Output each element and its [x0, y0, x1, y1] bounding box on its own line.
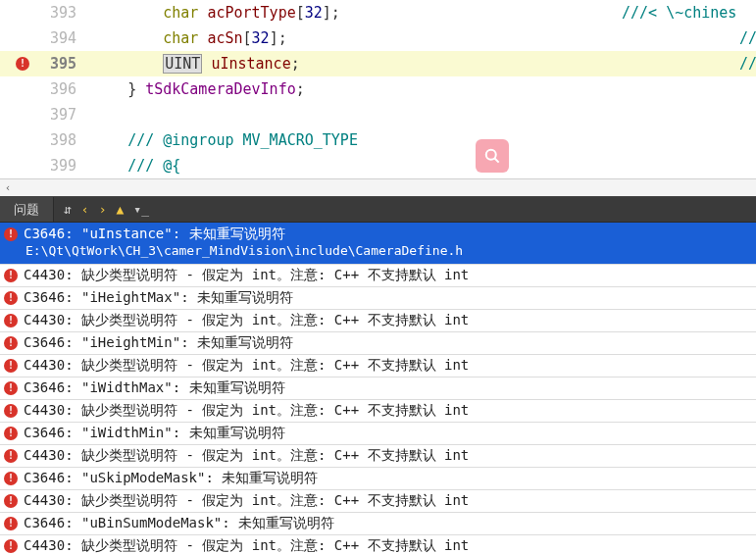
problem-item[interactable]: C4430: 缺少类型说明符 - 假定为 int。注意: C++ 不支持默认 i… [0, 309, 756, 331]
code-line[interactable]: 394 char acSn[32];///< [0, 25, 756, 51]
problem-message: C4430: 缺少类型说明符 - 假定为 int。注意: C++ 不支持默认 i… [24, 537, 469, 554]
code-text: char acPortType[32];///< \~chines [92, 4, 756, 22]
problems-tab[interactable]: 问题 [0, 197, 54, 222]
error-icon [4, 494, 18, 508]
search-icon[interactable] [476, 139, 509, 173]
code-line[interactable]: 399 /// @{ [0, 153, 756, 178]
problem-message: C4430: 缺少类型说明符 - 假定为 int。注意: C++ 不支持默认 i… [24, 357, 469, 375]
problem-item[interactable]: C4430: 缺少类型说明符 - 假定为 int。注意: C++ 不支持默认 i… [0, 534, 756, 554]
code-line[interactable]: 398 /// @ingroup MV_MACRO_TYPE [0, 127, 756, 153]
problem-message: C3646: "iHeightMax": 未知重写说明符 [24, 289, 293, 307]
svg-line-1 [495, 159, 499, 163]
error-icon [4, 381, 18, 395]
horizontal-scrollbar[interactable]: ‹ [0, 178, 756, 196]
error-icon [4, 404, 18, 418]
problem-message: C3646: "iHeightMin": 未知重写说明符 [24, 334, 293, 352]
code-text: /// @{ [92, 157, 756, 175]
problem-item[interactable]: C3646: "iWidthMin": 未知重写说明符 [0, 422, 756, 444]
svg-point-0 [486, 150, 496, 160]
warning-icon[interactable]: ▲ [116, 202, 124, 217]
scroll-left-icon[interactable]: ‹ [0, 181, 16, 194]
problem-item[interactable]: C3646: "iHeightMax": 未知重写说明符 [0, 286, 756, 309]
problems-panel: 问题 ⇵ ‹ › ▲ ▾_ C3646: "uInstance": 未知重写说明… [0, 196, 756, 554]
problem-item-selected[interactable]: C3646: "uInstance": 未知重写说明符 E:\Qt\QtWork… [0, 223, 756, 264]
code-line[interactable]: 395 UINT uInstance;///< [0, 51, 756, 76]
problem-item[interactable]: C3646: "iHeightMin": 未知重写说明符 [0, 331, 756, 354]
problem-message: C4430: 缺少类型说明符 - 假定为 int。注意: C++ 不支持默认 i… [24, 492, 469, 510]
code-text: /// @ingroup MV_MACRO_TYPE [92, 131, 756, 149]
problem-message: C4430: 缺少类型说明符 - 假定为 int。注意: C++ 不支持默认 i… [24, 312, 469, 329]
error-icon [4, 517, 18, 530]
problem-message: C4430: 缺少类型说明符 - 假定为 int。注意: C++ 不支持默认 i… [24, 447, 469, 465]
problem-path: E:\Qt\QtWork\CH_3\camer_MindVision\inclu… [4, 243, 752, 258]
error-icon [4, 291, 18, 305]
problem-item[interactable]: C3646: "iWidthMax": 未知重写说明符 [0, 377, 756, 399]
problem-message: C3646: "iWidthMin": 未知重写说明符 [24, 425, 285, 442]
error-icon [4, 427, 18, 440]
problem-message: C3646: "uInstance": 未知重写说明符 [24, 226, 285, 243]
error-icon [16, 57, 29, 71]
problem-item[interactable]: C4430: 缺少类型说明符 - 假定为 int。注意: C++ 不支持默认 i… [0, 444, 756, 467]
filter-icon[interactable]: ▾_ [133, 202, 149, 217]
problem-item[interactable]: C4430: 缺少类型说明符 - 假定为 int。注意: C++ 不支持默认 i… [0, 489, 756, 512]
error-icon [4, 336, 18, 350]
error-icon [4, 359, 18, 373]
error-icon [4, 472, 18, 485]
line-number: 394 [33, 29, 92, 47]
next-issue-icon[interactable]: › [99, 202, 107, 217]
problem-item[interactable]: C3646: "uBinSumModeMask": 未知重写说明符 [0, 512, 756, 534]
line-number: 398 [33, 131, 92, 149]
error-gutter [0, 57, 33, 71]
error-icon [4, 314, 18, 327]
code-text: } tSdkCameraDevInfo; [92, 80, 756, 98]
goto-icon[interactable]: ⇵ [64, 202, 72, 217]
problem-message: C4430: 缺少类型说明符 - 假定为 int。注意: C++ 不支持默认 i… [24, 267, 469, 284]
problems-list[interactable]: C3646: "uInstance": 未知重写说明符 E:\Qt\QtWork… [0, 223, 756, 554]
problem-item[interactable]: C3646: "uSkipModeMask": 未知重写说明符 [0, 467, 756, 489]
code-line[interactable]: 397 [0, 102, 756, 127]
prev-issue-icon[interactable]: ‹ [81, 202, 89, 217]
error-icon [4, 449, 18, 463]
error-icon [4, 227, 18, 241]
problem-item[interactable]: C4430: 缺少类型说明符 - 假定为 int。注意: C++ 不支持默认 i… [0, 264, 756, 286]
problem-item[interactable]: C4430: 缺少类型说明符 - 假定为 int。注意: C++ 不支持默认 i… [0, 354, 756, 377]
problem-message: C3646: "uBinSumModeMask": 未知重写说明符 [24, 515, 334, 532]
problem-item[interactable]: C4430: 缺少类型说明符 - 假定为 int。注意: C++ 不支持默认 i… [0, 399, 756, 422]
problems-toolbar: 问题 ⇵ ‹ › ▲ ▾_ [0, 197, 756, 223]
line-number: 396 [33, 80, 92, 98]
error-icon [4, 269, 18, 282]
code-line[interactable]: 393 char acPortType[32];///< \~chines [0, 0, 756, 25]
problem-message: C3646: "iWidthMax": 未知重写说明符 [24, 379, 285, 397]
code-line[interactable]: 396 } tSdkCameraDevInfo; [0, 76, 756, 102]
code-text: UINT uInstance;///< [92, 55, 756, 73]
line-number: 393 [33, 4, 92, 22]
code-editor[interactable]: 393 char acPortType[32];///< \~chines394… [0, 0, 756, 196]
error-icon [4, 539, 18, 553]
line-number: 399 [33, 157, 92, 175]
code-text: char acSn[32];///< [92, 29, 756, 47]
line-number: 397 [33, 106, 92, 124]
problem-message: C4430: 缺少类型说明符 - 假定为 int。注意: C++ 不支持默认 i… [24, 402, 469, 420]
problem-message: C3646: "uSkipModeMask": 未知重写说明符 [24, 470, 318, 487]
line-number: 395 [33, 55, 92, 73]
